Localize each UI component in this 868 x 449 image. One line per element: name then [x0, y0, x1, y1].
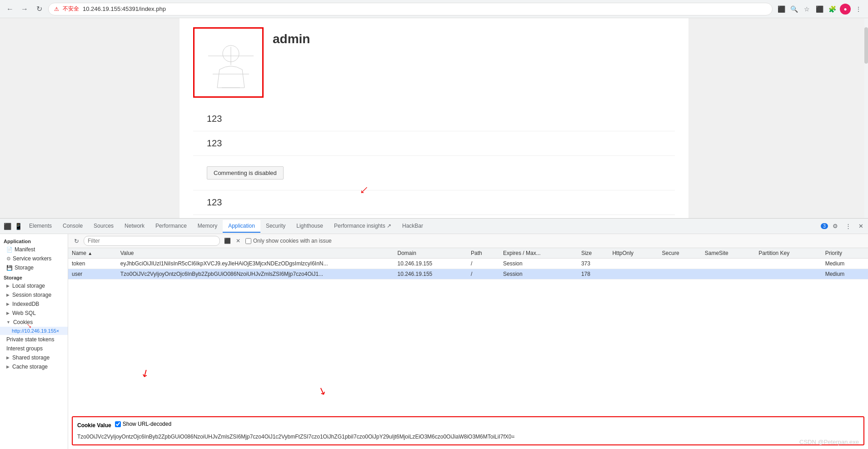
- sidebar-item-session-storage[interactable]: ▶ Session storage: [0, 290, 68, 299]
- cookie-header-row: Name ▲ Value Domain Path Expires / Max..…: [68, 248, 868, 259]
- profile-image-box: [193, 27, 264, 98]
- bookmark-icon[interactable]: ☆: [802, 4, 812, 14]
- tab-performance[interactable]: Performance: [150, 220, 192, 233]
- cache-storage-expand-icon: ▶: [6, 364, 10, 369]
- cookie-samesite-user: [701, 269, 755, 279]
- cookie-value-panel: Cookie Value Show URL-decoded Tzo0OiJVc2…: [72, 416, 864, 445]
- col-partitionkey[interactable]: Partition Key: [755, 248, 821, 259]
- cookie-secure-token: [658, 259, 701, 269]
- cookie-samesite-token: [701, 259, 755, 269]
- col-priority[interactable]: Priority: [822, 248, 868, 259]
- sidebar-item-cache-storage[interactable]: ▶ Cache storage: [0, 362, 68, 371]
- cookie-httponly-token: [609, 259, 658, 269]
- col-samesite[interactable]: SameSite: [701, 248, 755, 259]
- devtools-close[interactable]: ✕: [855, 221, 866, 232]
- sidebar-item-local-storage[interactable]: ▶ Local storage: [0, 281, 68, 290]
- cookie-domain-user: 10.246.19.155: [394, 269, 468, 279]
- cookie-row-token[interactable]: token eyJhbGciOiJIUzI1NiIsInR5cCI6IkpXVC…: [68, 259, 868, 269]
- puzzle-icon[interactable]: 🧩: [827, 4, 837, 14]
- sidebar-item-websql[interactable]: ▶ Web SQL: [0, 309, 68, 318]
- col-httponly[interactable]: HttpOnly: [609, 248, 658, 259]
- zoom-icon[interactable]: 🔍: [789, 4, 799, 14]
- tab-network[interactable]: Network: [119, 220, 150, 233]
- sidebar-item-indexeddb[interactable]: ▶ IndexedDB: [0, 299, 68, 309]
- inspect-toggle[interactable]: ⬛: [2, 221, 13, 232]
- devtools-tabbar: ⬛ 📱 Elements Console Sources Network Per…: [0, 219, 868, 234]
- show-url-decoded-label[interactable]: Show URL-decoded: [115, 421, 171, 427]
- page-scrollbar[interactable]: [864, 18, 868, 218]
- devtools-right-icons: 3 ⚙ ⋮ ✕: [821, 221, 866, 232]
- devtools-settings[interactable]: ⚙: [830, 221, 841, 232]
- filter-clear-icon[interactable]: ✕: [234, 236, 243, 245]
- websql-expand-icon: ▶: [6, 311, 10, 315]
- cookies-filter-input[interactable]: [84, 236, 220, 246]
- tab-console[interactable]: Console: [57, 220, 88, 233]
- col-name[interactable]: Name ▲: [68, 248, 117, 259]
- tab-elements[interactable]: Elements: [24, 220, 57, 233]
- col-secure[interactable]: Secure: [658, 248, 701, 259]
- device-toggle[interactable]: 📱: [13, 221, 24, 232]
- content-text-3: 123: [207, 197, 222, 207]
- sidebar-item-service-workers[interactable]: ⚙ Service workers: [0, 254, 68, 263]
- cookie-table-body: token eyJhbGciOiJIUzI1NiIsInR5cCI6IkpXVC…: [68, 259, 868, 279]
- cookies-refresh-button[interactable]: ↻: [72, 236, 81, 245]
- cookie-expires-token: Session: [499, 259, 578, 269]
- translate-icon[interactable]: ⬛: [776, 4, 786, 14]
- content-text-2: 123: [207, 138, 222, 148]
- sort-arrow-name: ▲: [88, 251, 92, 256]
- show-url-decoded-text: Show URL-decoded: [123, 421, 171, 427]
- cookie-row-user[interactable]: user Tzo0OiJVc2VyIjoyOntzOjc6InByb2ZpbGU…: [68, 269, 868, 279]
- filter-actions: ⬛ ✕: [223, 236, 243, 245]
- col-value[interactable]: Value: [117, 248, 394, 259]
- filter-options-icon[interactable]: ⬛: [223, 236, 232, 245]
- sidebar-item-shared-storage[interactable]: ▶ Shared storage: [0, 353, 68, 362]
- show-url-decoded-checkbox[interactable]: [115, 421, 121, 427]
- menu-button[interactable]: ⋮: [853, 4, 863, 14]
- address-bar[interactable]: ⚠ 不安全 10.246.19.155:45391/index.php: [48, 3, 773, 15]
- profile-name: admin: [273, 32, 310, 46]
- devtools-more[interactable]: ⋮: [843, 221, 853, 232]
- cookie-priority-token: Medium: [822, 259, 868, 269]
- only-issues-label[interactable]: Only show cookies with an issue: [245, 238, 332, 244]
- cookie-priority-user: Medium: [822, 269, 868, 279]
- cookie-path-token: /: [467, 259, 499, 269]
- tab-hackbar[interactable]: HackBar: [397, 220, 429, 233]
- storage-icon: 💾: [6, 265, 13, 271]
- sidebar-item-private-state[interactable]: Private state tokens: [0, 335, 68, 344]
- refresh-button[interactable]: ↻: [34, 4, 45, 15]
- sidebar-item-manifest[interactable]: 📄 Manifest: [0, 245, 68, 254]
- cookie-secure-user: [658, 269, 701, 279]
- profile-section: admin: [193, 27, 675, 98]
- tab-memory[interactable]: Memory: [192, 220, 223, 233]
- profile-image-placeholder: [195, 29, 262, 96]
- comment-disabled-section: Commenting is disabled: [193, 156, 675, 190]
- tab-security[interactable]: Security: [260, 220, 291, 233]
- security-text: 不安全: [63, 5, 79, 13]
- tab-application[interactable]: Application: [223, 220, 260, 233]
- col-expires[interactable]: Expires / Max...: [499, 248, 578, 259]
- tab-perf-insights[interactable]: Performance insights ↗: [329, 220, 397, 233]
- col-size[interactable]: Size: [578, 248, 609, 259]
- profile-avatar[interactable]: ●: [840, 4, 851, 15]
- sidebar-label-local-storage: Local storage: [12, 283, 45, 289]
- manifest-icon: 📄: [6, 247, 13, 253]
- only-issues-checkbox[interactable]: [245, 238, 251, 244]
- sidebar-item-interest-groups[interactable]: Interest groups: [0, 344, 68, 353]
- cookie-name-token: token: [68, 259, 117, 269]
- col-domain[interactable]: Domain: [394, 248, 468, 259]
- tab-lighthouse[interactable]: Lighthouse: [291, 220, 329, 233]
- back-button[interactable]: ←: [5, 4, 15, 15]
- sidebar-label-cache-storage: Cache storage: [12, 364, 48, 370]
- cookie-httponly-user: [609, 269, 658, 279]
- sidebar-label-service-workers: Service workers: [13, 255, 51, 262]
- extensions-icon[interactable]: ⬛: [814, 4, 824, 14]
- sidebar-item-storage[interactable]: 💾 Storage: [0, 263, 68, 272]
- forward-button[interactable]: →: [19, 4, 30, 15]
- cookie-name-user: user: [68, 269, 117, 279]
- cookie-table-wrapper: Name ▲ Value Domain Path Expires / Max..…: [68, 248, 868, 413]
- sidebar-label-cookies-domain: http://10.246.19.155×: [12, 328, 59, 334]
- content-section-3: 123: [193, 190, 675, 215]
- col-path[interactable]: Path: [467, 248, 499, 259]
- sidebar-item-cookies[interactable]: ▼ Cookies: [0, 318, 68, 327]
- tab-sources[interactable]: Sources: [88, 220, 119, 233]
